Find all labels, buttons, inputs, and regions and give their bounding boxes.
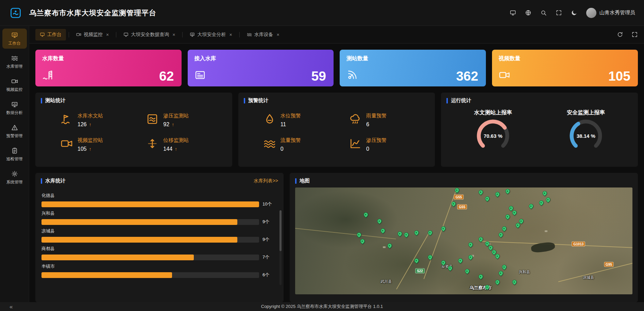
map-area-label: 兴和县 [519, 269, 530, 275]
refresh-icon[interactable] [617, 31, 623, 38]
road-badge: G1013 [572, 242, 585, 247]
sidebar-item-warning-mgmt[interactable]: 预警管理 [2, 121, 27, 141]
panel-accent-bar [41, 98, 42, 103]
stat-card-station-count[interactable]: 测站数量 362 [340, 50, 486, 86]
map-marker-icon[interactable] [498, 232, 504, 238]
stat-card-reservoir-count[interactable]: 水库数量 62 [35, 50, 182, 86]
sidebar-item-system-mgmt[interactable]: 系统管理 [2, 167, 27, 187]
tab-video-monitor[interactable]: 视频监控 × [72, 29, 113, 40]
map-marker-icon[interactable] [477, 273, 484, 279]
map-marker-icon[interactable] [477, 189, 484, 195]
tabbar-actions [617, 31, 638, 38]
theme-moon-icon[interactable] [571, 10, 577, 16]
map-marker-icon[interactable] [484, 195, 490, 201]
sidebar-item-reservoir-mgmt[interactable]: 水库管理 [2, 52, 27, 72]
bar-row: 化德县 10个 [41, 193, 275, 207]
content-area: 水库数量 62 接入水库 59 测站数量 362 [29, 44, 644, 302]
stat-card-label: 测站数量 [346, 55, 479, 62]
map-marker-icon[interactable] [464, 268, 470, 274]
content-fullscreen-icon[interactable] [631, 31, 638, 38]
panel-accent-bar [244, 98, 245, 103]
tab-close-icon[interactable]: × [106, 32, 109, 37]
panel-title: 地图 [300, 178, 310, 184]
sidebar-item-data-analysis[interactable]: 数据分析 [2, 98, 27, 118]
map-marker-icon[interactable] [387, 242, 393, 248]
radar-dish-icon [346, 69, 358, 82]
fullscreen-icon[interactable] [556, 10, 562, 16]
map-marker-icon[interactable] [457, 257, 463, 263]
station-item-displacement: 位移监测站 144↑ [146, 137, 224, 152]
map-marker-icon[interactable] [494, 253, 501, 259]
tab-close-icon[interactable]: × [277, 32, 279, 37]
panel-title: 运行统计 [451, 97, 471, 104]
map-marker-icon[interactable] [403, 232, 409, 238]
stat-card-connected-reservoirs[interactable]: 接入水库 59 [188, 50, 334, 86]
sidebar-item-label: 工作台 [9, 40, 21, 46]
camera-icon [11, 78, 18, 85]
tab-separator [182, 32, 183, 37]
scrollbar-thumb[interactable] [279, 210, 282, 251]
map-marker-icon[interactable] [538, 200, 544, 206]
tab-close-icon[interactable]: × [172, 32, 175, 37]
sidebar-item-video-monitor[interactable]: 视频监控 [2, 75, 27, 95]
map-canvas[interactable]: G55G55G1013G95S22武川县卓资县兴和县凉城县 乌兰察布市 [295, 187, 632, 294]
tab-reservoir-devices[interactable]: 水库设备 × [242, 29, 284, 40]
bar-track [41, 201, 259, 207]
flow-waves-icon [264, 137, 276, 150]
panel-title: 测站统计 [45, 97, 66, 104]
tab-bar: 工作台 视频监控 × 大坝安全数据查询 × 大坝安全分析 [29, 26, 644, 44]
reservoir-list-link[interactable]: 水库列表>> [254, 178, 278, 184]
stat-card-value: 105 [608, 69, 630, 84]
bar-row: 凉城县 9个 [41, 228, 275, 243]
map-marker-icon[interactable] [501, 225, 507, 231]
bar-fill [41, 255, 194, 260]
up-trend-icon: ↑ [89, 122, 91, 127]
map-marker-icon[interactable] [498, 270, 504, 276]
map-marker-icon[interactable] [494, 191, 501, 197]
map-marker-icon[interactable] [356, 232, 362, 238]
map-marker-icon[interactable] [413, 230, 420, 236]
sidebar-collapse-icon[interactable]: « [10, 304, 13, 310]
map-marker-icon[interactable] [359, 238, 366, 244]
panel-scrollbar[interactable] [279, 210, 282, 285]
map-marker-icon[interactable] [511, 209, 518, 215]
tab-close-icon[interactable]: × [229, 32, 232, 37]
map-marker-icon[interactable] [494, 279, 501, 285]
map-marker-icon[interactable] [363, 211, 369, 217]
search-icon[interactable] [540, 10, 547, 16]
bar-fill [41, 272, 172, 278]
station-item-hydrology: 水库水文站 126↑ [61, 113, 138, 128]
user-menu[interactable]: 山青水秀管理员 [586, 8, 635, 18]
map-marker-icon[interactable] [501, 264, 507, 270]
gauge-block-hydro: 水文测站上报率 70.63 % [474, 109, 512, 153]
sidebar-item-inspection-mgmt[interactable]: 巡检管理 [2, 144, 27, 164]
map-marker-icon[interactable] [396, 231, 403, 237]
map-marker-icon[interactable] [528, 203, 534, 209]
clipboard-icon [11, 147, 18, 154]
language-globe-icon[interactable] [525, 10, 531, 16]
map-marker-icon[interactable] [545, 196, 551, 202]
map-marker-icon[interactable] [505, 188, 511, 194]
map-town-patch [383, 246, 386, 248]
road-badge: G55 [454, 195, 464, 200]
map-marker-icon[interactable] [505, 214, 511, 220]
sidebar-item-label: 巡检管理 [6, 156, 23, 162]
hydro-station-icon [61, 113, 73, 125]
warning-item-flow: 流量预警 0 [264, 137, 341, 152]
app-root: 乌兰察布市水库大坝安全监测管理平台 山青水秀管理员 工作台 水库管理 [0, 0, 644, 311]
map-marker-icon[interactable] [376, 218, 383, 224]
map-marker-icon[interactable] [542, 190, 548, 196]
warning-item-seepage: 渗压预警 0 [349, 137, 427, 152]
map-marker-icon[interactable] [380, 227, 386, 233]
stat-card-video-count[interactable]: 视频数量 105 [492, 50, 638, 86]
screen-monitor-icon[interactable] [510, 10, 516, 16]
tab-dam-data-query[interactable]: 大坝安全数据查询 × [119, 29, 180, 40]
warning-item-water-level: 水位预警 11 [264, 113, 341, 128]
map-marker-icon[interactable] [468, 241, 474, 247]
map-marker-icon[interactable] [511, 279, 518, 285]
sidebar-item-workbench[interactable]: 工作台 [2, 29, 27, 49]
tab-workbench[interactable]: 工作台 [35, 29, 66, 40]
bar-fill [41, 237, 237, 243]
tab-dam-analysis[interactable]: 大坝安全分析 × [185, 29, 236, 40]
seepage-chart-icon [349, 137, 361, 150]
